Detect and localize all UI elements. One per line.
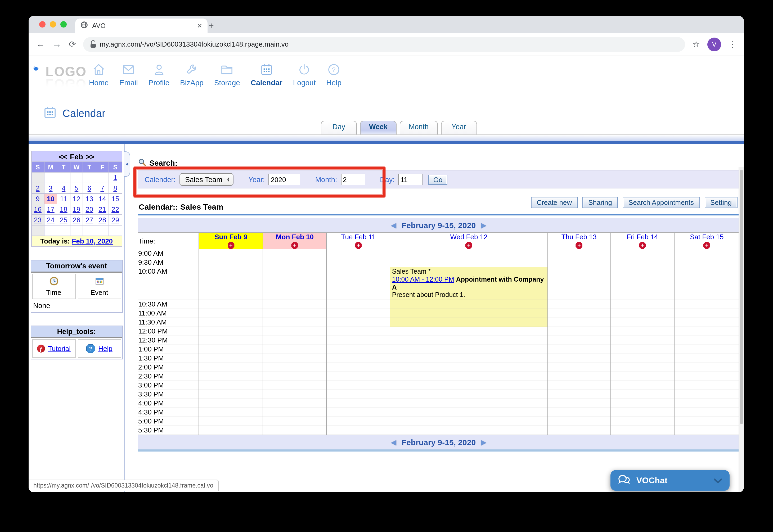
time-row: 11:30 AM xyxy=(138,318,739,327)
minimize-window-button[interactable] xyxy=(50,21,56,28)
add-appointment-icon[interactable]: + xyxy=(227,242,234,249)
day-link[interactable]: Thu Feb 13 xyxy=(561,233,597,241)
add-appointment-icon[interactable]: + xyxy=(355,242,362,249)
mini-cal-day-link[interactable]: 19 xyxy=(73,205,80,213)
mini-cal-day-link[interactable]: 26 xyxy=(73,216,80,224)
bookmark-star-icon[interactable]: ☆ xyxy=(692,39,700,49)
grid-cell xyxy=(327,327,390,336)
mini-cal-day-link[interactable]: 13 xyxy=(86,195,93,203)
add-appointment-icon[interactable]: + xyxy=(576,242,582,249)
mini-cal-day-link[interactable]: 17 xyxy=(47,205,55,213)
next-month-button[interactable]: >> xyxy=(83,152,97,161)
nav-item-storage[interactable]: Storage xyxy=(209,62,245,87)
day-link[interactable]: Tue Feb 11 xyxy=(341,233,376,241)
day-input[interactable] xyxy=(398,174,423,185)
add-appointment-icon[interactable]: + xyxy=(639,242,646,249)
grid-cell xyxy=(263,327,326,336)
nav-item-profile[interactable]: Profile xyxy=(143,62,175,87)
nav-item-home[interactable]: Home xyxy=(84,62,114,87)
add-appointment-icon[interactable]: + xyxy=(465,242,472,249)
mini-cal-day-link[interactable]: 29 xyxy=(111,216,119,224)
mini-cal-day-link[interactable]: 3 xyxy=(49,184,52,192)
mini-cal-day-link[interactable]: 1 xyxy=(113,174,117,182)
mini-cal-day-link[interactable]: 28 xyxy=(98,216,106,224)
next-week-icon[interactable]: ▶ xyxy=(481,438,486,446)
nav-item-bizapp[interactable]: BizApp xyxy=(175,62,209,87)
help-link[interactable]: Help xyxy=(98,345,113,353)
mini-cal-day-link[interactable]: 14 xyxy=(98,195,106,203)
mini-cal-day-link[interactable]: 27 xyxy=(86,216,93,224)
mini-cal-day-link[interactable]: 22 xyxy=(111,205,119,213)
tab-week[interactable]: Week xyxy=(360,121,397,134)
mini-cal-day-link[interactable]: 15 xyxy=(111,195,119,203)
mini-cal-day-link[interactable]: 16 xyxy=(34,205,42,213)
tutorial-link[interactable]: Tutorial xyxy=(48,345,71,353)
browser-menu-icon[interactable]: ⋮ xyxy=(729,39,736,49)
add-appointment-icon[interactable]: + xyxy=(703,242,710,249)
page-scrollbar[interactable] xyxy=(739,167,744,492)
mini-cal-day-link[interactable]: 5 xyxy=(75,184,78,192)
mini-cal-day-link[interactable]: 11 xyxy=(60,195,67,203)
tab-month[interactable]: Month xyxy=(400,121,438,134)
nav-item-email[interactable]: Email xyxy=(114,62,143,87)
tab-year[interactable]: Year xyxy=(441,121,477,134)
mini-cal-day-link[interactable]: 20 xyxy=(86,205,93,213)
nav-item-logout[interactable]: Logout xyxy=(288,62,321,87)
mini-cal-day-link[interactable]: 7 xyxy=(100,184,104,192)
grid-cell xyxy=(610,399,674,408)
mini-cal-day-link[interactable]: 23 xyxy=(34,216,42,224)
profile-avatar[interactable]: V xyxy=(707,37,721,51)
mini-cal-day-link[interactable]: 8 xyxy=(113,184,117,192)
chevron-down-icon[interactable] xyxy=(714,476,722,485)
day-link[interactable]: Wed Feb 12 xyxy=(450,233,487,241)
setting-button[interactable]: Setting xyxy=(704,197,738,208)
mini-cal-day-link[interactable]: 9 xyxy=(36,195,39,203)
day-link[interactable]: Sat Feb 15 xyxy=(690,233,723,241)
mini-cal-day: 1 xyxy=(109,172,122,183)
mini-cal-day-link[interactable]: 10 xyxy=(47,195,55,203)
mini-cal-day-link[interactable]: 24 xyxy=(47,216,55,224)
grid-cell xyxy=(263,336,326,345)
back-icon[interactable]: ← xyxy=(36,39,45,49)
mini-cal-day-link[interactable]: 21 xyxy=(98,205,106,213)
day-link[interactable]: Fri Feb 14 xyxy=(627,233,658,241)
address-bar[interactable]: my.agnx.com/-/vo/SID600313304fokiuzokcl1… xyxy=(83,37,685,52)
mini-cal-day-link[interactable]: 2 xyxy=(36,184,39,192)
create-new-button[interactable]: Create new xyxy=(531,197,578,208)
next-week-icon[interactable]: ▶ xyxy=(481,221,486,229)
scrollbar-thumb[interactable] xyxy=(740,170,743,424)
new-tab-button[interactable]: + xyxy=(204,21,218,31)
nav-item-help[interactable]: ?Help xyxy=(321,62,347,87)
mini-cal-day-link[interactable]: 4 xyxy=(62,184,65,192)
nav-item-calendar[interactable]: Calendar xyxy=(245,62,288,87)
event-time-link[interactable]: 10:00 AM - 12:00 PM xyxy=(392,276,454,283)
go-button[interactable]: Go xyxy=(429,174,447,184)
prev-week-icon[interactable]: ◀ xyxy=(391,438,396,446)
zoom-window-button[interactable] xyxy=(60,21,67,28)
close-window-button[interactable] xyxy=(39,21,46,28)
mini-cal-day-link[interactable]: 25 xyxy=(60,216,68,224)
sharing-button[interactable]: Sharing xyxy=(582,197,618,208)
browser-tab[interactable]: AVO ✕ xyxy=(75,19,208,33)
lock-icon xyxy=(91,42,95,47)
vochat-button[interactable]: VOChat xyxy=(610,470,730,491)
day-link[interactable]: Sun Feb 9 xyxy=(214,233,247,241)
day-link[interactable]: Mon Feb 10 xyxy=(276,233,314,241)
forward-icon[interactable]: → xyxy=(52,39,61,49)
gradient-band xyxy=(29,135,744,141)
tab-close-icon[interactable]: ✕ xyxy=(197,22,202,29)
appointment-entry[interactable]: Sales Team *10:00 AM - 12:00 PM Appointm… xyxy=(390,267,547,300)
prev-month-button[interactable]: << xyxy=(56,152,70,161)
reload-icon[interactable]: ⟳ xyxy=(69,39,76,49)
url-text[interactable]: my.agnx.com/-/vo/SID600313304fokiuzokcl1… xyxy=(100,40,289,48)
mini-cal-day-link[interactable]: 18 xyxy=(60,205,68,213)
mini-cal-day-link[interactable]: 6 xyxy=(88,184,91,192)
tab-day[interactable]: Day xyxy=(321,121,357,134)
grid-cell xyxy=(610,249,674,258)
prev-week-icon[interactable]: ◀ xyxy=(391,221,396,229)
mini-cal-day-link[interactable]: 12 xyxy=(73,195,80,203)
sidebar-collapse-handle[interactable]: ◀ xyxy=(124,151,130,177)
add-appointment-icon[interactable]: + xyxy=(291,242,298,249)
search-appointments-button[interactable]: Search Appointments xyxy=(623,197,700,208)
today-date-link[interactable]: Feb 10, 2020 xyxy=(72,237,113,245)
